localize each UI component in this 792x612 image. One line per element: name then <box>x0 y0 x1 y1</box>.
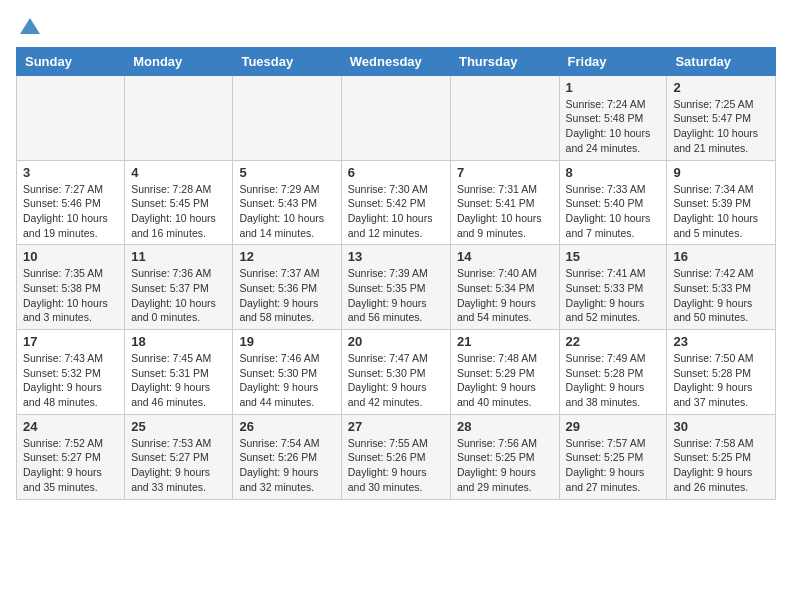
day-number: 28 <box>457 419 553 434</box>
calendar-cell: 13Sunrise: 7:39 AM Sunset: 5:35 PM Dayli… <box>341 245 450 330</box>
logo-icon <box>18 16 42 36</box>
calendar-header-friday: Friday <box>559 47 667 75</box>
logo <box>16 16 42 39</box>
day-info: Sunrise: 7:43 AM Sunset: 5:32 PM Dayligh… <box>23 351 118 410</box>
svg-marker-0 <box>20 18 40 34</box>
day-number: 25 <box>131 419 226 434</box>
day-number: 20 <box>348 334 444 349</box>
day-number: 11 <box>131 249 226 264</box>
calendar-week-2: 10Sunrise: 7:35 AM Sunset: 5:38 PM Dayli… <box>17 245 776 330</box>
day-info: Sunrise: 7:29 AM Sunset: 5:43 PM Dayligh… <box>239 182 334 241</box>
calendar-cell <box>233 75 341 160</box>
day-number: 21 <box>457 334 553 349</box>
calendar-cell: 2Sunrise: 7:25 AM Sunset: 5:47 PM Daylig… <box>667 75 776 160</box>
day-info: Sunrise: 7:45 AM Sunset: 5:31 PM Dayligh… <box>131 351 226 410</box>
day-number: 22 <box>566 334 661 349</box>
calendar-header-sunday: Sunday <box>17 47 125 75</box>
calendar-week-4: 24Sunrise: 7:52 AM Sunset: 5:27 PM Dayli… <box>17 414 776 499</box>
calendar-cell: 10Sunrise: 7:35 AM Sunset: 5:38 PM Dayli… <box>17 245 125 330</box>
calendar-cell <box>450 75 559 160</box>
day-info: Sunrise: 7:39 AM Sunset: 5:35 PM Dayligh… <box>348 266 444 325</box>
calendar-header-wednesday: Wednesday <box>341 47 450 75</box>
day-info: Sunrise: 7:57 AM Sunset: 5:25 PM Dayligh… <box>566 436 661 495</box>
calendar-cell: 15Sunrise: 7:41 AM Sunset: 5:33 PM Dayli… <box>559 245 667 330</box>
day-number: 24 <box>23 419 118 434</box>
calendar-cell: 5Sunrise: 7:29 AM Sunset: 5:43 PM Daylig… <box>233 160 341 245</box>
day-number: 27 <box>348 419 444 434</box>
calendar-body: 1Sunrise: 7:24 AM Sunset: 5:48 PM Daylig… <box>17 75 776 499</box>
calendar-cell: 6Sunrise: 7:30 AM Sunset: 5:42 PM Daylig… <box>341 160 450 245</box>
calendar-cell: 25Sunrise: 7:53 AM Sunset: 5:27 PM Dayli… <box>125 414 233 499</box>
day-info: Sunrise: 7:58 AM Sunset: 5:25 PM Dayligh… <box>673 436 769 495</box>
day-info: Sunrise: 7:54 AM Sunset: 5:26 PM Dayligh… <box>239 436 334 495</box>
day-info: Sunrise: 7:35 AM Sunset: 5:38 PM Dayligh… <box>23 266 118 325</box>
calendar-cell: 27Sunrise: 7:55 AM Sunset: 5:26 PM Dayli… <box>341 414 450 499</box>
day-info: Sunrise: 7:37 AM Sunset: 5:36 PM Dayligh… <box>239 266 334 325</box>
calendar-cell: 7Sunrise: 7:31 AM Sunset: 5:41 PM Daylig… <box>450 160 559 245</box>
calendar-cell: 18Sunrise: 7:45 AM Sunset: 5:31 PM Dayli… <box>125 330 233 415</box>
day-info: Sunrise: 7:31 AM Sunset: 5:41 PM Dayligh… <box>457 182 553 241</box>
calendar-cell: 26Sunrise: 7:54 AM Sunset: 5:26 PM Dayli… <box>233 414 341 499</box>
day-number: 13 <box>348 249 444 264</box>
day-info: Sunrise: 7:40 AM Sunset: 5:34 PM Dayligh… <box>457 266 553 325</box>
day-info: Sunrise: 7:48 AM Sunset: 5:29 PM Dayligh… <box>457 351 553 410</box>
day-number: 14 <box>457 249 553 264</box>
day-number: 10 <box>23 249 118 264</box>
calendar-cell: 20Sunrise: 7:47 AM Sunset: 5:30 PM Dayli… <box>341 330 450 415</box>
header <box>16 16 776 39</box>
day-info: Sunrise: 7:33 AM Sunset: 5:40 PM Dayligh… <box>566 182 661 241</box>
day-number: 23 <box>673 334 769 349</box>
calendar-header-tuesday: Tuesday <box>233 47 341 75</box>
day-number: 17 <box>23 334 118 349</box>
calendar-cell: 12Sunrise: 7:37 AM Sunset: 5:36 PM Dayli… <box>233 245 341 330</box>
day-number: 8 <box>566 165 661 180</box>
calendar-cell: 28Sunrise: 7:56 AM Sunset: 5:25 PM Dayli… <box>450 414 559 499</box>
calendar-cell <box>125 75 233 160</box>
day-number: 12 <box>239 249 334 264</box>
day-number: 9 <box>673 165 769 180</box>
day-number: 6 <box>348 165 444 180</box>
day-number: 19 <box>239 334 334 349</box>
day-info: Sunrise: 7:28 AM Sunset: 5:45 PM Dayligh… <box>131 182 226 241</box>
day-info: Sunrise: 7:47 AM Sunset: 5:30 PM Dayligh… <box>348 351 444 410</box>
day-info: Sunrise: 7:42 AM Sunset: 5:33 PM Dayligh… <box>673 266 769 325</box>
day-info: Sunrise: 7:41 AM Sunset: 5:33 PM Dayligh… <box>566 266 661 325</box>
day-info: Sunrise: 7:52 AM Sunset: 5:27 PM Dayligh… <box>23 436 118 495</box>
calendar-cell: 22Sunrise: 7:49 AM Sunset: 5:28 PM Dayli… <box>559 330 667 415</box>
day-info: Sunrise: 7:53 AM Sunset: 5:27 PM Dayligh… <box>131 436 226 495</box>
day-number: 26 <box>239 419 334 434</box>
day-info: Sunrise: 7:24 AM Sunset: 5:48 PM Dayligh… <box>566 97 661 156</box>
calendar-header-row: SundayMondayTuesdayWednesdayThursdayFrid… <box>17 47 776 75</box>
calendar-cell: 29Sunrise: 7:57 AM Sunset: 5:25 PM Dayli… <box>559 414 667 499</box>
day-number: 7 <box>457 165 553 180</box>
day-info: Sunrise: 7:46 AM Sunset: 5:30 PM Dayligh… <box>239 351 334 410</box>
calendar-header-thursday: Thursday <box>450 47 559 75</box>
calendar-cell: 3Sunrise: 7:27 AM Sunset: 5:46 PM Daylig… <box>17 160 125 245</box>
day-info: Sunrise: 7:34 AM Sunset: 5:39 PM Dayligh… <box>673 182 769 241</box>
calendar-cell: 9Sunrise: 7:34 AM Sunset: 5:39 PM Daylig… <box>667 160 776 245</box>
calendar-cell: 23Sunrise: 7:50 AM Sunset: 5:28 PM Dayli… <box>667 330 776 415</box>
day-info: Sunrise: 7:55 AM Sunset: 5:26 PM Dayligh… <box>348 436 444 495</box>
calendar-cell: 8Sunrise: 7:33 AM Sunset: 5:40 PM Daylig… <box>559 160 667 245</box>
day-number: 5 <box>239 165 334 180</box>
calendar-cell: 4Sunrise: 7:28 AM Sunset: 5:45 PM Daylig… <box>125 160 233 245</box>
day-number: 2 <box>673 80 769 95</box>
day-number: 16 <box>673 249 769 264</box>
day-number: 3 <box>23 165 118 180</box>
day-info: Sunrise: 7:25 AM Sunset: 5:47 PM Dayligh… <box>673 97 769 156</box>
day-info: Sunrise: 7:50 AM Sunset: 5:28 PM Dayligh… <box>673 351 769 410</box>
calendar-header-saturday: Saturday <box>667 47 776 75</box>
calendar-week-1: 3Sunrise: 7:27 AM Sunset: 5:46 PM Daylig… <box>17 160 776 245</box>
day-info: Sunrise: 7:27 AM Sunset: 5:46 PM Dayligh… <box>23 182 118 241</box>
calendar-cell: 30Sunrise: 7:58 AM Sunset: 5:25 PM Dayli… <box>667 414 776 499</box>
calendar-cell: 21Sunrise: 7:48 AM Sunset: 5:29 PM Dayli… <box>450 330 559 415</box>
calendar-cell: 24Sunrise: 7:52 AM Sunset: 5:27 PM Dayli… <box>17 414 125 499</box>
day-info: Sunrise: 7:49 AM Sunset: 5:28 PM Dayligh… <box>566 351 661 410</box>
calendar-cell: 1Sunrise: 7:24 AM Sunset: 5:48 PM Daylig… <box>559 75 667 160</box>
day-number: 29 <box>566 419 661 434</box>
logo-text <box>16 16 42 41</box>
calendar-cell: 17Sunrise: 7:43 AM Sunset: 5:32 PM Dayli… <box>17 330 125 415</box>
calendar-week-0: 1Sunrise: 7:24 AM Sunset: 5:48 PM Daylig… <box>17 75 776 160</box>
day-number: 1 <box>566 80 661 95</box>
calendar-header-monday: Monday <box>125 47 233 75</box>
